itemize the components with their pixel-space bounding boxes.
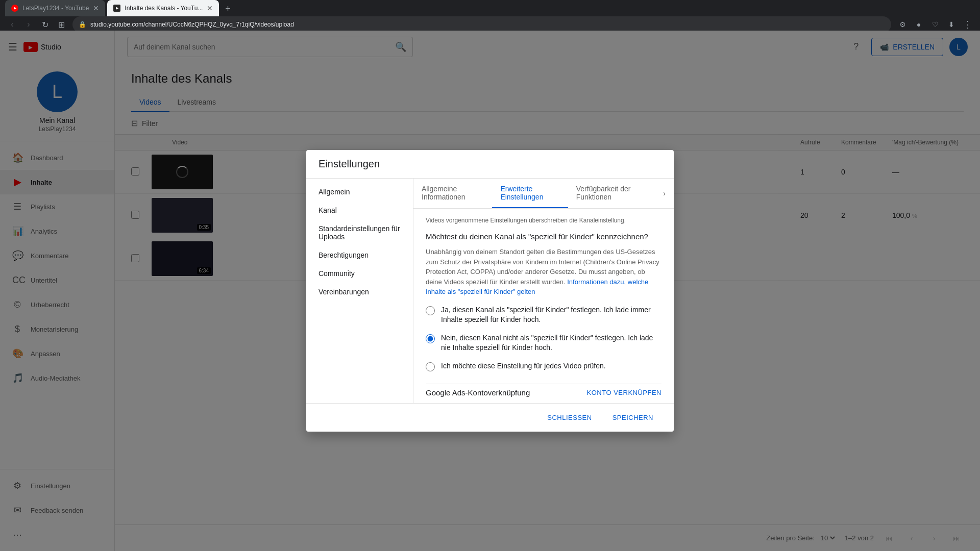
- modal-sidebar-item-kanal[interactable]: Kanal: [306, 201, 413, 219]
- modal-body: Allgemein Kanal Standardeinstellungen fü…: [306, 179, 674, 403]
- radio-yes-input[interactable]: [426, 306, 435, 315]
- yt-icon-1: ●: [912, 17, 926, 32]
- override-note: Videos vorgenommene Einstellungen übersc…: [426, 217, 662, 224]
- radio-no-input[interactable]: [426, 334, 435, 343]
- modal-footer: SCHLIESSEN SPEICHERN: [306, 403, 674, 432]
- modal-overlay: Einstellungen Allgemein Kanal Standardei…: [0, 31, 980, 551]
- radio-option-yes: Ja, diesen Kanal als "speziell für Kinde…: [426, 305, 662, 325]
- modal-tab-erweiterte[interactable]: Erweiterte Einstellungen: [492, 179, 568, 208]
- browser-tab-1[interactable]: ▶ LetsPlay1234 - YouTube ✕: [5, 0, 105, 16]
- children-link[interactable]: Informationen dazu, welche Inhalte als "…: [426, 278, 648, 296]
- radio-per-video-input[interactable]: [426, 362, 435, 371]
- save-button[interactable]: SPEICHERN: [604, 410, 662, 425]
- modal-sidebar-item-berechtigungen[interactable]: Berechtigungen: [306, 246, 413, 264]
- modal-tab-arrow[interactable]: ›: [655, 179, 674, 208]
- tab1-favicon: ▶: [11, 5, 18, 12]
- modal-sidebar: Allgemein Kanal Standardeinstellungen fü…: [306, 179, 413, 403]
- modal-tab-verfugbarkeit[interactable]: Verfügbarkeit der Funktionen: [568, 179, 655, 208]
- forward-button[interactable]: ›: [21, 17, 36, 32]
- tab1-close-icon[interactable]: ✕: [93, 4, 99, 12]
- more-menu-icon[interactable]: ⋮: [961, 17, 975, 32]
- children-question: Möchtest du deinen Kanal als "speziell f…: [426, 232, 662, 241]
- browser-tab-2[interactable]: ▶ Inhalte des Kanals - YouTu... ✕: [107, 0, 219, 16]
- radio-no-label: Nein, diesen Kanal nicht als "speziell f…: [441, 333, 662, 353]
- tab2-title: Inhalte des Kanals - YouTu...: [125, 5, 203, 12]
- radio-per-video-label: Ich möchte diese Einstellung für jedes V…: [441, 361, 606, 371]
- radio-option-per-video: Ich möchte diese Einstellung für jedes V…: [426, 361, 662, 371]
- google-ads-title: Google Ads-Kontoverknüpfung: [426, 388, 530, 397]
- browser-chrome: ▶ LetsPlay1234 - YouTube ✕ ▶ Inhalte des…: [0, 0, 980, 31]
- google-ads-header: Google Ads-Kontoverknüpfung KONTO VERKNÜ…: [426, 388, 662, 397]
- lock-icon: 🔒: [79, 21, 86, 28]
- yt-icon-2: ♡: [928, 17, 942, 32]
- extensions-button[interactable]: ⊞: [54, 17, 68, 32]
- modal-header: Einstellungen: [306, 150, 674, 179]
- modal-sidebar-item-community[interactable]: Community: [306, 264, 413, 283]
- modal-main: Allgemeine Informationen Erweiterte Eins…: [413, 179, 674, 403]
- radio-option-no: Nein, diesen Kanal nicht als "speziell f…: [426, 333, 662, 353]
- back-button[interactable]: ‹: [5, 17, 19, 32]
- tab2-favicon: ▶: [113, 5, 120, 12]
- yt-icon-3: ⬇: [944, 17, 959, 32]
- modal-title: Einstellungen: [318, 158, 662, 170]
- modal-tab-allgemeine-info[interactable]: Allgemeine Informationen: [413, 179, 492, 208]
- close-button[interactable]: SCHLIESSEN: [539, 410, 600, 425]
- new-tab-button[interactable]: +: [221, 2, 235, 16]
- address-url: studio.youtube.com/channel/UCocN6zQPHQZ_…: [90, 21, 294, 28]
- extensions-icon[interactable]: ⚙: [895, 17, 910, 32]
- modal: Einstellungen Allgemein Kanal Standardei…: [306, 150, 674, 432]
- modal-sidebar-item-uploads[interactable]: Standardeinstellungen für Uploads: [306, 219, 413, 246]
- children-desc: Unabhängig von deinem Standort gelten di…: [426, 247, 662, 297]
- modal-sidebar-item-vereinbarungen[interactable]: Vereinbarungen: [306, 283, 413, 301]
- modal-content: Videos vorgenommene Einstellungen übersc…: [413, 209, 674, 403]
- tab1-title: LetsPlay1234 - YouTube: [22, 5, 89, 12]
- radio-yes-label: Ja, diesen Kanal als "speziell für Kinde…: [441, 305, 662, 325]
- tab2-close-icon[interactable]: ✕: [207, 4, 213, 12]
- modal-tabs: Allgemeine Informationen Erweiterte Eins…: [413, 179, 674, 209]
- modal-sidebar-item-allgemein[interactable]: Allgemein: [306, 183, 413, 201]
- google-ads-link[interactable]: KONTO VERKNÜPFEN: [587, 389, 662, 396]
- google-ads-section: Google Ads-Kontoverknüpfung KONTO VERKNÜ…: [426, 384, 662, 403]
- refresh-button[interactable]: ↻: [38, 17, 52, 32]
